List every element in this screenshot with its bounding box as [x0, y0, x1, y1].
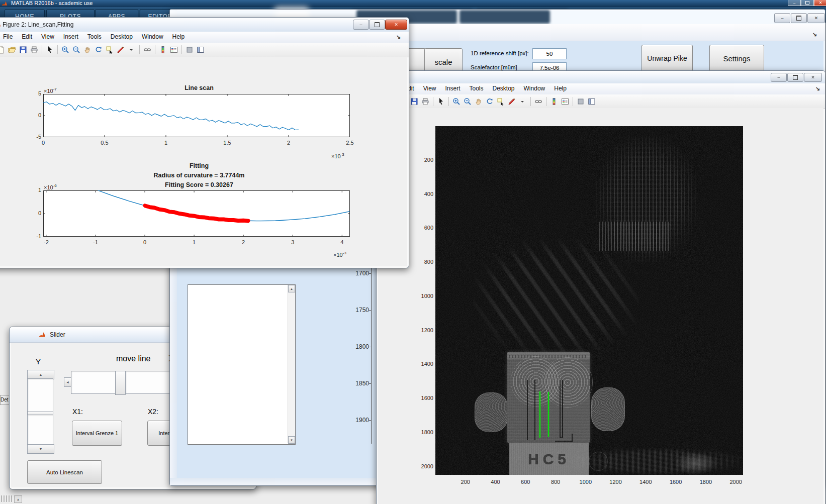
menu-view[interactable]: View: [41, 32, 54, 42]
menu-tools[interactable]: Tools: [470, 83, 484, 93]
menu-help[interactable]: Help: [554, 83, 567, 93]
open-folder-icon[interactable]: [7, 45, 17, 55]
insert-colorbar-icon[interactable]: [158, 45, 168, 55]
right-figure-menubar[interactable]: ↘ EditViewInsertToolsDesktopWindowHelp: [377, 83, 825, 95]
show-plot-tools-icon[interactable]: [196, 45, 206, 55]
insert-legend-icon[interactable]: [560, 96, 570, 107]
brush-icon[interactable]: [507, 96, 517, 107]
hide-plot-tools-icon[interactable]: [576, 96, 586, 107]
matlab-titlebar: MATLAB R2016b - academic use: [0, 0, 826, 7]
figure2-titlebar[interactable]: Figure 2: Line_scan,Fitting – ✕: [0, 18, 409, 32]
menu-insert[interactable]: Insert: [63, 32, 78, 42]
rf-undock-icon[interactable]: ↘: [815, 85, 820, 92]
menu-window[interactable]: Window: [142, 32, 163, 42]
settings-button[interactable]: Settings: [709, 45, 764, 72]
listbox-scroll-down[interactable]: ▼: [288, 436, 295, 444]
figure2-menubar[interactable]: ↘ FileEditViewInsertToolsDesktopWindowHe…: [0, 32, 409, 43]
menu-insert[interactable]: Insert: [445, 83, 460, 93]
hidden-plot-tick-label: 1800: [347, 343, 369, 350]
fig2-undock-icon[interactable]: ↘: [396, 34, 401, 40]
x-slider-thumb[interactable]: [115, 371, 126, 395]
save-icon[interactable]: [409, 96, 419, 107]
insert-colorbar-icon[interactable]: [549, 96, 559, 107]
zoom-in-icon[interactable]: [451, 96, 462, 107]
taskbar-grip[interactable]: [1, 495, 13, 502]
tick-label: 5: [21, 90, 41, 96]
link-plot-icon[interactable]: [533, 96, 543, 107]
tick-label: 3: [280, 239, 305, 245]
tick-label: 2: [276, 140, 301, 146]
unwrap-pike-button[interactable]: Unwrap Pike: [641, 45, 693, 72]
hidden-plot-tick-label: 1750: [347, 307, 369, 314]
hologram-image[interactable]: HC5: [435, 126, 743, 475]
menu-window[interactable]: Window: [524, 83, 545, 93]
rotate-3d-icon[interactable]: [94, 45, 104, 55]
pointer-icon[interactable]: [436, 96, 446, 107]
gui-undock-icon[interactable]: ↘: [812, 31, 817, 38]
tick-label: 800: [413, 259, 433, 265]
x-slider-track-left[interactable]: [71, 371, 116, 394]
tick-label: 0: [132, 239, 157, 245]
pan-hand-icon[interactable]: [82, 45, 93, 55]
y-slider-track-upper[interactable]: [27, 378, 53, 413]
auto-linescan-button[interactable]: Auto Linescan: [27, 460, 102, 484]
save-icon[interactable]: [18, 45, 28, 55]
menu-desktop[interactable]: Desktop: [493, 83, 515, 93]
hide-plot-tools-icon[interactable]: [185, 45, 195, 55]
data-cursor-icon[interactable]: [496, 96, 506, 107]
tick-label: 2: [231, 239, 256, 245]
rf-maximize-button[interactable]: [787, 73, 803, 82]
matlab-maximize-button[interactable]: [801, 0, 814, 6]
menu-file[interactable]: File: [3, 32, 13, 42]
menu-tools[interactable]: Tools: [87, 32, 102, 42]
rf-minimize-button[interactable]: –: [771, 73, 787, 82]
brush-icon[interactable]: [116, 45, 126, 55]
new-document-icon[interactable]: [0, 45, 6, 55]
insert-legend-icon[interactable]: [169, 45, 179, 55]
menu-edit[interactable]: Edit: [22, 32, 32, 42]
print-icon[interactable]: [420, 96, 430, 107]
gui-minimize-button[interactable]: –: [774, 13, 790, 23]
toolbar-separator: [546, 97, 546, 106]
listbox-scroll-up[interactable]: ▲: [288, 285, 295, 292]
listbox-panel[interactable]: ▲ ▼: [188, 284, 296, 445]
y-slider-track-lower[interactable]: [27, 415, 53, 445]
caret-down-icon[interactable]: [127, 45, 137, 55]
figure2-window: Figure 2: Line_scan,Fitting – ✕ ↘ FileEd…: [0, 17, 409, 268]
menu-desktop[interactable]: Desktop: [111, 32, 133, 42]
toolbar-separator: [139, 45, 140, 54]
gui-maximize-button[interactable]: [791, 13, 807, 23]
menu-view[interactable]: View: [423, 83, 436, 93]
caret-down-icon[interactable]: [518, 96, 528, 107]
pointer-icon[interactable]: [45, 45, 55, 55]
menu-help[interactable]: Help: [172, 32, 185, 42]
scroll-up-button[interactable]: ▲: [14, 495, 22, 503]
zoom-out-icon[interactable]: [71, 45, 81, 55]
interval-grenze-1-button[interactable]: Interval Grenze 1: [72, 421, 122, 446]
zoom-out-icon[interactable]: [463, 96, 473, 107]
x-slider-left-button[interactable]: ◄: [64, 377, 71, 387]
pan-hand-icon[interactable]: [474, 96, 484, 107]
figure2-toolbar[interactable]: [0, 43, 409, 57]
tick-label: 1800: [693, 479, 718, 485]
listbox-scrollbar[interactable]: ▲ ▼: [288, 285, 295, 443]
ref-shift-input[interactable]: [532, 48, 567, 59]
data-cursor-icon[interactable]: [105, 45, 115, 55]
matlab-close-button[interactable]: ✕: [814, 0, 826, 6]
right-figure-titlebar[interactable]: d – ✕: [377, 71, 825, 84]
fig2-close-button[interactable]: ✕: [385, 20, 407, 30]
matlab-minimize-button[interactable]: –: [788, 0, 801, 6]
rotate-3d-icon[interactable]: [485, 96, 495, 107]
link-plot-icon[interactable]: [142, 45, 152, 55]
fig2-minimize-button[interactable]: –: [353, 20, 369, 30]
print-icon[interactable]: [29, 45, 39, 55]
show-plot-tools-icon[interactable]: [587, 96, 597, 107]
zoom-in-icon[interactable]: [60, 45, 70, 55]
fig2-maximize-button[interactable]: [369, 20, 385, 30]
tick-label: -1: [21, 233, 41, 239]
rf-close-button[interactable]: ✕: [804, 73, 822, 82]
gui-close-button[interactable]: ✕: [807, 13, 825, 23]
y-slider-down-button[interactable]: ▼: [27, 444, 54, 454]
tick-label: 600: [513, 479, 538, 485]
right-figure-toolbar[interactable]: [377, 94, 825, 109]
